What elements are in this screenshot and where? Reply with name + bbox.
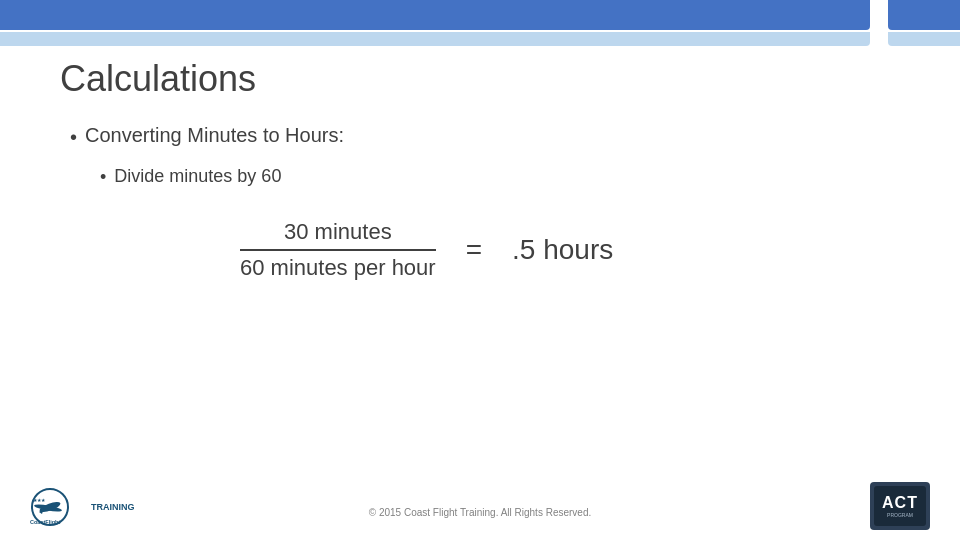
bullet-2: Divide minutes by 60: [100, 166, 900, 189]
main-content: Calculations Converting Minutes to Hours…: [60, 58, 900, 470]
coast-flight-logo: ★★★ CoastFlight TRAINING: [30, 486, 135, 528]
result-text: .5 hours: [512, 234, 613, 266]
bullet-2-text: Divide minutes by 60: [114, 166, 281, 187]
logo-training-text: TRAINING: [91, 502, 135, 513]
fraction-numerator: 30 minutes: [284, 219, 392, 249]
top-corner-primary: [888, 0, 960, 30]
top-corner-secondary: [888, 32, 960, 46]
bullet-1: Converting Minutes to Hours:: [70, 124, 900, 150]
footer-copyright: © 2015 Coast Flight Training. All Rights…: [369, 507, 591, 518]
svg-text:CoastFlight: CoastFlight: [30, 519, 60, 525]
act-logo-subtext: PROGRAM: [887, 512, 913, 519]
act-logo: ACT PROGRAM: [870, 482, 930, 530]
top-bar-secondary: [0, 32, 870, 46]
bullet-1-text: Converting Minutes to Hours:: [85, 124, 344, 147]
top-bar-primary: [0, 0, 870, 30]
top-decoration: [0, 0, 960, 48]
equals-sign: =: [466, 234, 482, 266]
svg-text:★★★: ★★★: [33, 497, 46, 503]
coast-flight-logo-text: TRAINING: [91, 502, 135, 513]
equation-area: 30 minutes 60 minutes per hour = .5 hour…: [240, 219, 900, 281]
coast-flight-emblem: ★★★ CoastFlight: [30, 486, 85, 528]
fraction-denominator: 60 minutes per hour: [240, 255, 436, 281]
fraction-line: [240, 249, 436, 251]
act-logo-text: ACT: [882, 494, 918, 512]
page-title: Calculations: [60, 58, 900, 100]
fraction: 30 minutes 60 minutes per hour: [240, 219, 436, 281]
footer: ★★★ CoastFlight TRAINING © 2015 Coast Fl…: [0, 472, 960, 540]
